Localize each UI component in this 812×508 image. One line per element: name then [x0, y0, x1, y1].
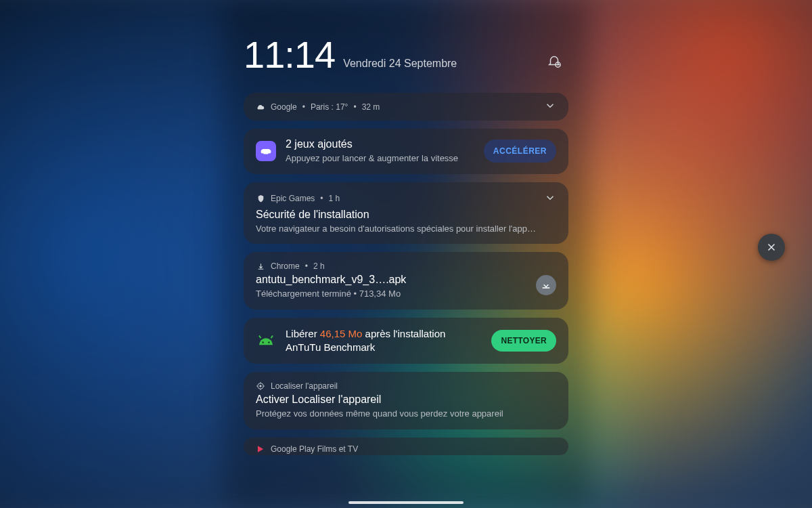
chrome-download-card[interactable]: Chrome • 2 h antutu_benchmark_v9_3….apk …: [244, 252, 568, 310]
play-films-app-name: Google Play Films et TV: [271, 444, 358, 454]
chrome-file-body: Téléchargement terminé • 713,34 Mo: [256, 288, 536, 300]
svg-point-1: [557, 64, 558, 65]
cleaner-text: Libérer 46,15 Mo après l'installation An…: [286, 327, 482, 355]
download-done-badge[interactable]: [536, 275, 556, 295]
shield-icon: [256, 194, 265, 203]
play-films-icon: [256, 444, 265, 454]
cloud-icon: [256, 102, 265, 112]
chrome-file-title: antutu_benchmark_v9_3….apk: [256, 274, 536, 286]
alarm-settings-icon[interactable]: [547, 54, 562, 68]
game-turbo-card[interactable]: 2 jeux ajoutés Appuyez pour lancer & aug…: [244, 129, 568, 174]
epic-games-card[interactable]: Epic Games • 1 h Sécurité de l'installat…: [244, 182, 568, 245]
home-indicator[interactable]: [348, 501, 464, 504]
weather-age: 32 m: [362, 102, 380, 112]
clean-button[interactable]: NETTOYER: [491, 330, 556, 352]
svg-point-5: [260, 385, 261, 387]
chevron-down-icon[interactable]: [544, 192, 556, 206]
close-button[interactable]: [758, 234, 785, 261]
locate-icon: [256, 381, 265, 391]
findmy-app-name: Localiser l'appareil: [271, 381, 338, 391]
cleaner-card[interactable]: Libérer 46,15 Mo après l'installation An…: [244, 318, 568, 364]
play-films-card[interactable]: Google Play Films et TV: [244, 438, 568, 455]
accelerate-button[interactable]: ACCÉLÉRER: [484, 140, 556, 163]
games-body: Appuyez pour lancer & augmenter la vites…: [286, 152, 474, 165]
svg-point-3: [268, 341, 270, 343]
download-complete-icon: [256, 261, 265, 271]
notification-shade: 11:14 Vendredi 24 Septembre Google • Par…: [244, 33, 568, 463]
epic-title: Sécurité de l'installation: [256, 209, 556, 221]
weather-card[interactable]: Google • Paris : 17° • 32 m: [244, 93, 568, 121]
weather-temp: 17°: [336, 102, 348, 112]
findmy-body: Protégez vos données même quand vous per…: [256, 408, 556, 420]
clock-time: 11:14: [244, 33, 335, 77]
chevron-down-icon[interactable]: [544, 100, 556, 114]
epic-app-name: Epic Games: [271, 194, 315, 203]
chrome-app-name: Chrome: [271, 261, 300, 271]
find-device-card[interactable]: Localiser l'appareil Activer Localiser l…: [244, 372, 568, 429]
android-icon: [256, 331, 276, 351]
games-title: 2 jeux ajoutés: [286, 138, 474, 150]
clock-date: Vendredi 24 Septembre: [343, 58, 457, 70]
findmy-title: Activer Localiser l'appareil: [256, 394, 556, 406]
weather-location: Paris: [311, 102, 329, 112]
svg-point-2: [262, 341, 264, 343]
chrome-age: 2 h: [313, 261, 325, 271]
epic-age: 1 h: [329, 194, 340, 203]
epic-body: Votre navigateur a besoin d'autorisation…: [256, 223, 556, 235]
game-controller-icon: [256, 141, 276, 161]
clock-row: 11:14 Vendredi 24 Septembre: [244, 33, 568, 77]
weather-source: Google: [271, 102, 297, 112]
